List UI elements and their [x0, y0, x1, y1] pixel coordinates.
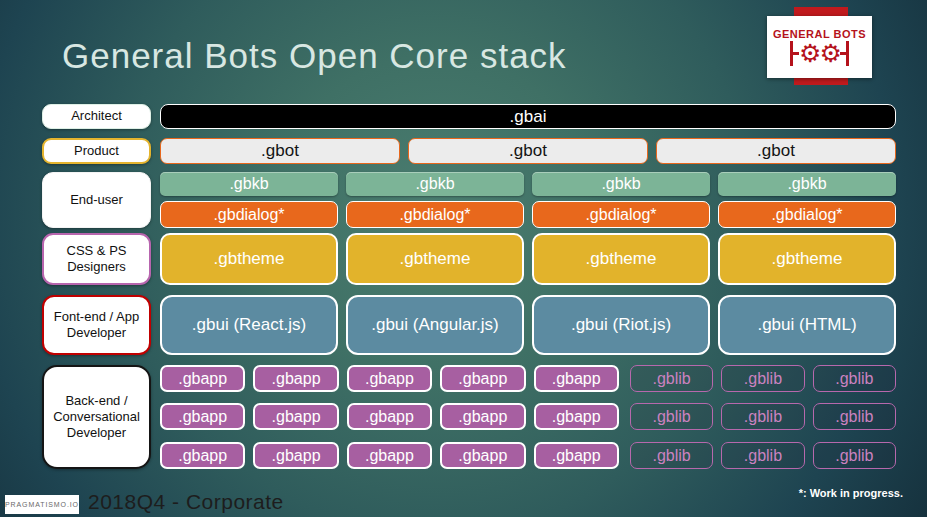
- sidebar-label-end-user: End-user: [42, 172, 151, 228]
- row-gbapp-gblib-2: .gbapp .gbapp .gbapp .gbapp .gbapp .gbli…: [160, 403, 896, 430]
- stack-box-gbapp: .gbapp: [160, 442, 245, 469]
- stack-box-gblib: .gblib: [630, 442, 713, 469]
- page-title: General Bots Open Core stack: [62, 36, 567, 76]
- stack-box-gbkb: .gbkb: [718, 172, 896, 196]
- stack-box-gbui-react: .gbui (React.js): [160, 295, 338, 355]
- stack-box-gbui-angular: .gbui (Angular.js): [346, 295, 524, 355]
- stack-box-gblib: .gblib: [630, 365, 713, 392]
- gear-endbar-icon: [846, 41, 849, 66]
- stack-box-gbai: .gbai: [160, 104, 896, 129]
- stack-box-gbapp: .gbapp: [253, 365, 338, 392]
- sidebar-label-architect: Architect: [42, 104, 151, 129]
- stack-box-gbdialog: .gbdialog*: [160, 201, 338, 228]
- work-in-progress-note: *: Work in progress.: [799, 487, 903, 499]
- slide: General Bots Open Core stack GENERAL BOT…: [0, 0, 927, 517]
- stack-box-gbot: .gbot: [408, 138, 648, 164]
- stack-box-gblib: .gblib: [813, 442, 896, 469]
- pragmatismo-badge: PRAGMATISMO.IO: [5, 495, 79, 514]
- stack-box-gbdialog: .gbdialog*: [532, 201, 710, 228]
- stack-box-gbtheme: .gbtheme: [532, 233, 710, 285]
- stack-box-gbapp: .gbapp: [253, 403, 338, 430]
- stack-box-gbkb: .gbkb: [346, 172, 524, 196]
- stack-box-gbtheme: .gbtheme: [346, 233, 524, 285]
- stack-box-gbdialog: .gbdialog*: [346, 201, 524, 228]
- stack-box-gbapp: .gbapp: [347, 365, 432, 392]
- stack-box-gbapp: .gbapp: [534, 403, 619, 430]
- stack-box-gbot: .gbot: [656, 138, 896, 164]
- row-gbkb: .gbkb .gbkb .gbkb .gbkb: [160, 172, 896, 196]
- stack-box-gbapp: .gbapp: [440, 365, 525, 392]
- stack-box-gbapp: .gbapp: [347, 403, 432, 430]
- stack-box-gblib: .gblib: [813, 365, 896, 392]
- stack-box-gbkb: .gbkb: [532, 172, 710, 196]
- stack-box-gbui-riot: .gbui (Riot.js): [532, 295, 710, 355]
- stack-box-gbapp: .gbapp: [534, 442, 619, 469]
- stack-box-gblib: .gblib: [721, 365, 804, 392]
- stack-box-gbapp: .gbapp: [440, 403, 525, 430]
- stack-box-gblib: .gblib: [813, 403, 896, 430]
- gear-glyphs-icon: ⚙⚙: [799, 41, 840, 66]
- stack-box-gbui-html: .gbui (HTML): [718, 295, 896, 355]
- row-gbapp-gblib-1: .gbapp .gbapp .gbapp .gbapp .gbapp .gbli…: [160, 365, 896, 392]
- row-gbai: .gbai: [160, 104, 896, 129]
- stack-box-gbapp: .gbapp: [160, 365, 245, 392]
- sidebar-label-product: Product: [42, 138, 151, 164]
- general-bots-logo: GENERAL BOTS ⚙⚙: [767, 16, 872, 78]
- sidebar-label-css-ps-designers: CSS & PS Designers: [42, 233, 151, 285]
- stack-box-gbapp: .gbapp: [347, 442, 432, 469]
- gears-icon: ⚙⚙: [790, 41, 849, 66]
- row-gbui: .gbui (React.js) .gbui (Angular.js) .gbu…: [160, 295, 896, 355]
- row-gbot: .gbot .gbot .gbot: [160, 138, 896, 164]
- footer-caption: 2018Q4 - Corporate: [88, 490, 284, 514]
- sidebar-label-backend-conversational-developer: Back-end / Conversational Developer: [42, 365, 151, 469]
- stack-box-gbtheme: .gbtheme: [718, 233, 896, 285]
- stack-box-gbot: .gbot: [160, 138, 400, 164]
- stack-box-gblib: .gblib: [630, 403, 713, 430]
- sidebar-label-frontend-app-developer: Font-end / App Developer: [42, 295, 151, 355]
- stack-box-gbkb: .gbkb: [160, 172, 338, 196]
- stack-box-gblib: .gblib: [721, 403, 804, 430]
- row-gbapp-gblib-3: .gbapp .gbapp .gbapp .gbapp .gbapp .gbli…: [160, 442, 896, 469]
- row-gbtheme: .gbtheme .gbtheme .gbtheme .gbtheme: [160, 233, 896, 285]
- stack-box-gblib: .gblib: [721, 442, 804, 469]
- stack-box-gbdialog: .gbdialog*: [718, 201, 896, 228]
- stack-box-gbapp: .gbapp: [440, 442, 525, 469]
- stack-box-gbtheme: .gbtheme: [160, 233, 338, 285]
- stack-box-gbapp: .gbapp: [160, 403, 245, 430]
- row-gbdialog: .gbdialog* .gbdialog* .gbdialog* .gbdial…: [160, 201, 896, 228]
- stack-box-gbapp: .gbapp: [253, 442, 338, 469]
- stack-box-gbapp: .gbapp: [534, 365, 619, 392]
